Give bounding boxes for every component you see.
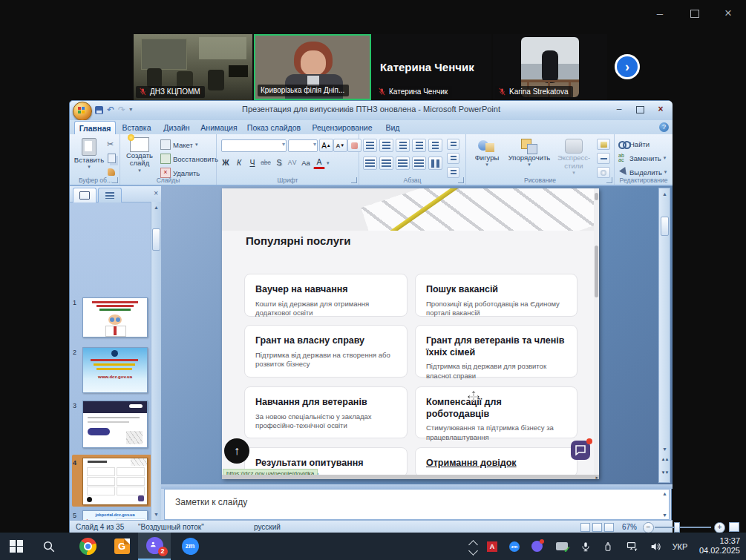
slideshow-view-button[interactable] [604, 523, 614, 532]
tab-retsenzirovanie[interactable]: Рецензирование [307, 121, 377, 134]
panel-scroll-down-icon[interactable]: ▼ [152, 510, 160, 518]
hscroll-right-icon[interactable]: ▸ [595, 475, 598, 479]
taskbar-search-button[interactable] [33, 533, 65, 560]
service-card-grant-business[interactable]: Грант на власну справу Підтримка від дер… [244, 325, 408, 378]
scroll-down-icon[interactable]: ▼ [661, 445, 669, 453]
slide-thumbnail-1[interactable] [82, 297, 148, 337]
service-card-training-veterans[interactable]: Навчання для ветеранів За новою спеціаль… [244, 386, 408, 438]
strikethrough-button[interactable]: abc [260, 157, 272, 169]
zoom-minimize-button[interactable]: – [650, 6, 670, 21]
tray-viber[interactable] [529, 533, 545, 560]
tab-glavnaya[interactable]: Главная [74, 121, 116, 135]
tray-clock[interactable]: 13:37 04.02.2025 [699, 536, 740, 556]
layout-button[interactable]: Макет ▾ [160, 139, 197, 150]
tab-vid[interactable]: Вид [380, 121, 405, 134]
bullets-button[interactable] [363, 139, 377, 152]
tray-language[interactable]: УКР [668, 533, 692, 560]
ppt-minimize-button[interactable]: – [612, 104, 626, 116]
scroll-up-icon[interactable]: ▲ [661, 190, 669, 198]
slide-thumbnail-3[interactable] [82, 401, 148, 448]
tray-microphone[interactable] [578, 533, 594, 560]
cut-icon[interactable]: ✂ [107, 139, 114, 149]
numbering-button[interactable] [379, 139, 393, 152]
notes-pane[interactable]: Заметки к слайду ▲ ▼ [164, 489, 670, 520]
quick-styles-button[interactable]: Экспресс-стили ▾ [552, 139, 595, 176]
clipboard-dialog-launcher[interactable] [112, 177, 118, 183]
grow-font-button[interactable]: А▲ [319, 139, 333, 152]
font-size-combobox[interactable] [288, 139, 318, 152]
slide-thumbnail-2[interactable]: www.dcz.gov.ua [82, 347, 148, 393]
paste-button[interactable]: Вставить ▾ [76, 138, 102, 170]
new-slide-button[interactable]: Создать слайд ▾ [123, 137, 156, 174]
video-tile-photo[interactable]: Karina Strekatova [493, 34, 607, 100]
text-direction-button[interactable] [447, 139, 459, 150]
font-color-button[interactable]: А [313, 157, 325, 169]
bold-button[interactable]: Ж [220, 157, 232, 169]
replace-button[interactable]: abac Заменить ▾ [618, 154, 666, 162]
tray-zoom[interactable]: zm [506, 533, 523, 560]
text-shadow-button[interactable]: S [273, 157, 285, 169]
tray-usb[interactable] [600, 533, 616, 560]
drawing-dialog-launcher[interactable] [606, 177, 612, 183]
font-dialog-launcher[interactable] [351, 177, 357, 183]
service-card-certificates[interactable]: Отримання довідок [415, 447, 578, 477]
fit-to-window-button[interactable] [729, 522, 739, 532]
zoom-slider-track[interactable] [655, 527, 711, 528]
ppt-restore-button[interactable] [632, 104, 647, 116]
normal-view-button[interactable] [580, 523, 590, 532]
page-scroll-thumb[interactable] [595, 246, 598, 297]
decrease-indent-button[interactable] [396, 139, 410, 152]
help-button[interactable]: ? [659, 122, 669, 132]
zoom-out-button[interactable]: − [643, 522, 654, 533]
shapes-button[interactable]: Фигуры ▾ [472, 139, 502, 168]
ppt-vertical-scrollbar[interactable]: ▲ ▼ ▲▲ ▼▼ [658, 188, 670, 483]
slide-4[interactable]: Популярні послуги Ваучер на навчання Кош… [222, 188, 599, 479]
change-case-button[interactable]: Aa [300, 157, 312, 169]
zoom-close-button[interactable]: × [718, 6, 739, 21]
zoom-restore-button[interactable] [684, 6, 705, 21]
video-tile-speaker[interactable]: Криворізька філія Дніп... [254, 34, 371, 100]
next-slide-button[interactable]: ▼▼ [661, 470, 669, 475]
arrange-button[interactable]: Упорядочить ▾ [508, 139, 551, 168]
tray-backup-tool[interactable]: ✓ [552, 533, 572, 560]
paragraph-dialog-launcher[interactable] [458, 177, 464, 183]
tray-volume[interactable] [646, 533, 665, 560]
outline-tab[interactable] [98, 188, 122, 202]
service-card-compensation[interactable]: Компенсації для роботодавців Стимулюванн… [415, 386, 578, 438]
start-button[interactable] [0, 533, 33, 560]
shrink-font-button[interactable]: А▼ [333, 139, 347, 152]
tab-dizayn[interactable]: Дизайн [159, 121, 194, 134]
page-horizontal-scrollbar[interactable]: ▸ [222, 475, 599, 479]
tray-network[interactable] [622, 533, 641, 560]
shape-fill-button[interactable] [597, 139, 610, 150]
service-card-voucher[interactable]: Ваучер на навчання Кошти від держави для… [244, 274, 408, 317]
panel-scroll-thumb[interactable] [152, 228, 160, 251]
zoom-percentage[interactable]: 67% [622, 523, 637, 531]
next-participants-button[interactable]: › [615, 54, 640, 79]
video-tile-dnz[interactable]: ДНЗ КЦПОММ [134, 34, 252, 100]
notes-scroll-up-icon[interactable]: ▲ [662, 491, 667, 496]
taskbar-pdf-button[interactable]: G [105, 533, 138, 560]
character-spacing-button[interactable]: AV [287, 157, 298, 169]
justify-button[interactable] [412, 157, 426, 170]
slides-tab[interactable] [73, 188, 96, 202]
status-language[interactable]: русский [254, 523, 281, 531]
panel-close-icon[interactable]: × [154, 189, 158, 197]
tab-pokaz-slaydov[interactable]: Показ слайдов [243, 121, 304, 134]
find-button[interactable]: Найти [618, 139, 650, 148]
chat-widget-button[interactable] [571, 441, 590, 460]
zoom-slider-thumb[interactable] [674, 522, 680, 533]
notes-scroll-down-icon[interactable]: ▼ [662, 513, 667, 518]
align-text-button[interactable] [447, 153, 459, 164]
font-name-combobox[interactable] [221, 139, 287, 152]
taskbar-viber-button[interactable]: 2 [138, 533, 171, 560]
ppt-titlebar[interactable]: ↶ ↷ ▾ Презентация для випускників ПТНЗ о… [70, 101, 673, 121]
align-center-button[interactable] [379, 157, 393, 170]
underline-button[interactable]: Ч [246, 157, 258, 169]
service-card-grant-veterans[interactable]: Грант для ветеранів та членів їхніх сіме… [415, 325, 578, 378]
page-scrollbar[interactable] [594, 188, 599, 479]
tab-animatsiya[interactable]: Анимация [197, 121, 241, 134]
video-tile-name[interactable]: Катерина Ченчик Катерина Ченчик [373, 34, 491, 100]
select-button[interactable]: Выделить ▾ [618, 168, 667, 177]
ppt-close-button[interactable]: × [653, 104, 668, 116]
